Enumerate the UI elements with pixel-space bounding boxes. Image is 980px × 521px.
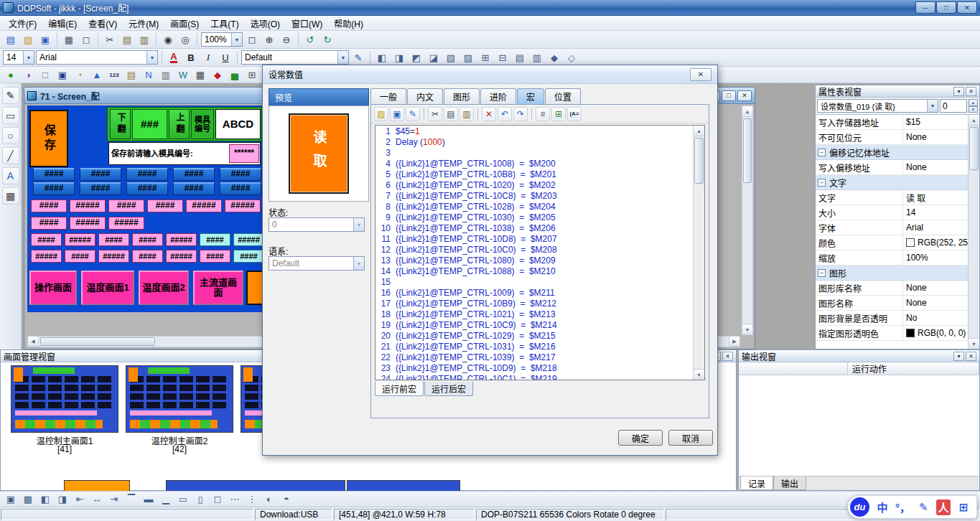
- numeric-display[interactable]: ####: [126, 182, 168, 195]
- print-icon[interactable]: ▦: [61, 32, 77, 47]
- underline-icon[interactable]: U: [218, 50, 233, 65]
- meter-icon[interactable]: ◔: [72, 67, 88, 82]
- text-tool-icon[interactable]: A: [2, 167, 19, 184]
- chevron-down-icon[interactable]: ▼: [146, 51, 157, 64]
- column-run-action[interactable]: 运行动作: [848, 362, 979, 375]
- scroll-up-icon[interactable]: ▲: [742, 106, 752, 117]
- numeric-display[interactable]: ####: [173, 168, 215, 181]
- menu-edit[interactable]: 编辑(E): [42, 16, 83, 31]
- scrollbar-thumb[interactable]: [969, 127, 979, 170]
- italic-icon[interactable]: I: [200, 50, 216, 65]
- font-color-icon[interactable]: A: [166, 50, 182, 65]
- property-row[interactable]: 图形背景是否透明No: [816, 311, 968, 326]
- space-horizontal-icon[interactable]: ⋯: [227, 492, 243, 507]
- property-section[interactable]: −偏移记忆体地址: [816, 145, 968, 160]
- numeric-display[interactable]: #####: [65, 233, 95, 246]
- numeric-display[interactable]: ####: [233, 250, 264, 263]
- mold-number-input[interactable]: ******: [229, 144, 259, 163]
- page-up-button[interactable]: 上翻: [169, 109, 190, 139]
- bring-front-icon[interactable]: ◧: [37, 492, 53, 507]
- same-height-icon[interactable]: ▯: [192, 492, 208, 507]
- scroll-down-icon[interactable]: ▼: [969, 338, 979, 349]
- collapse-icon[interactable]: −: [818, 179, 826, 187]
- keypad-icon[interactable]: ▦: [192, 67, 208, 82]
- scrollbar-thumb[interactable]: [743, 118, 752, 183]
- numeric-display[interactable]: #####: [31, 250, 62, 263]
- align-left-icon[interactable]: ⇤: [72, 492, 88, 507]
- canvas-vertical-scrollbar[interactable]: ▲ ▼: [742, 105, 753, 335]
- minimize-button[interactable]: ─: [915, 1, 935, 14]
- numeric-display[interactable]: ####: [31, 217, 67, 230]
- property-row[interactable]: 字体Arial: [816, 220, 968, 235]
- mold-number-label[interactable]: 模具编号: [191, 109, 214, 139]
- language-next-icon[interactable]: ◪: [426, 50, 442, 65]
- tab-after-macro[interactable]: 运行后宏: [424, 382, 473, 396]
- group-icon[interactable]: ▣: [3, 492, 19, 507]
- style-select[interactable]: Default ▼: [241, 50, 349, 65]
- screen-button-temp2[interactable]: 温度画面2: [139, 271, 189, 305]
- property-section[interactable]: −图形: [816, 266, 968, 281]
- flip-vertical-icon[interactable]: ◓: [279, 492, 294, 507]
- ime-tool-icon[interactable]: ✎: [917, 499, 930, 515]
- numeric-display[interactable]: ####: [220, 182, 261, 195]
- list-icon[interactable]: ▥: [158, 67, 174, 82]
- output-panel-header[interactable]: 输出视窗 ▾✕: [739, 350, 979, 362]
- bold-icon[interactable]: B: [183, 50, 199, 65]
- table-tool-icon[interactable]: ▦: [2, 187, 19, 205]
- panel-pin-icon[interactable]: ▾: [953, 352, 964, 361]
- macro-delete-icon[interactable]: ✕: [482, 107, 496, 121]
- menu-tools[interactable]: 工具(T): [205, 16, 244, 31]
- output-body[interactable]: [739, 375, 979, 476]
- ime-user-icon[interactable]: 人: [936, 499, 951, 515]
- menu-file[interactable]: 文件(F): [3, 16, 42, 31]
- new-icon[interactable]: ▤: [3, 32, 19, 47]
- numeric-display[interactable]: #####: [70, 217, 106, 230]
- frame-icon[interactable]: ▧: [443, 50, 459, 65]
- dialog-titlebar[interactable]: 设常数值 ✕: [263, 65, 717, 84]
- align-middle-icon[interactable]: ▬: [141, 492, 157, 507]
- next-screen-icon[interactable]: ↻: [319, 32, 335, 47]
- tab-general[interactable]: 一般: [370, 88, 406, 104]
- dialog-close-button[interactable]: ✕: [690, 68, 711, 81]
- property-row[interactable]: 写入存储器地址$15: [816, 115, 968, 130]
- language-select[interactable]: Default ▼: [269, 256, 365, 271]
- property-panel-header[interactable]: 属性表视窗 ▾✕: [816, 85, 979, 98]
- page-down-button[interactable]: 下翻: [110, 109, 131, 139]
- numeric-display[interactable]: ####: [65, 250, 95, 263]
- line-style-icon[interactable]: ✎: [350, 50, 366, 65]
- numeric-display[interactable]: ####: [200, 233, 230, 246]
- text-icon[interactable]: N: [141, 67, 157, 82]
- ime-chinese-icon[interactable]: 中: [876, 499, 889, 515]
- open-icon[interactable]: ▨: [20, 32, 36, 47]
- screen-button-operation[interactable]: 操作画面: [29, 271, 77, 305]
- numeric-display[interactable]: #####: [186, 200, 222, 212]
- numeric-display[interactable]: ####: [80, 182, 121, 195]
- zoom-fit-icon[interactable]: ◻: [244, 32, 260, 47]
- screen-button-temp1[interactable]: 温度画面1: [81, 271, 134, 305]
- screen-thumbnail[interactable]: [126, 365, 233, 433]
- numeric-display[interactable]: ####: [98, 233, 129, 246]
- scrollbar-thumb[interactable]: [694, 138, 704, 184]
- grid-toggle-icon[interactable]: ⊞: [477, 50, 493, 65]
- rectangle-tool-icon[interactable]: ▭: [2, 107, 19, 124]
- paste-icon[interactable]: ▥: [136, 32, 152, 47]
- macro-edit-icon[interactable]: ✎: [406, 107, 420, 121]
- ime-logo[interactable]: du: [850, 497, 869, 517]
- collapse-icon[interactable]: −: [818, 269, 826, 277]
- macro-insert-icon[interactable]: ⊞: [551, 107, 566, 121]
- macro-redo-icon[interactable]: ↷: [513, 107, 528, 121]
- macro-paste-icon[interactable]: ▥: [459, 107, 474, 121]
- flip-horizontal-icon[interactable]: ◐: [261, 492, 277, 507]
- macro-open-icon[interactable]: ▨: [374, 107, 388, 121]
- snap-toggle-icon[interactable]: ⊟: [495, 50, 510, 65]
- property-row[interactable]: 大小14: [816, 205, 968, 220]
- replace-icon[interactable]: ◎: [177, 32, 193, 47]
- macro-syntax-icon[interactable]: (A=: [567, 107, 582, 121]
- scroll-down-icon[interactable]: ▼: [694, 369, 704, 380]
- save-button[interactable]: 保存: [29, 110, 68, 167]
- ime-grid-icon[interactable]: ⊞: [957, 499, 970, 515]
- panel-pin-icon[interactable]: ▾: [953, 87, 964, 96]
- property-row[interactable]: 缩放100%: [816, 250, 968, 266]
- chevron-down-icon[interactable]: ▼: [337, 51, 348, 64]
- tab-output[interactable]: 输出: [773, 477, 806, 490]
